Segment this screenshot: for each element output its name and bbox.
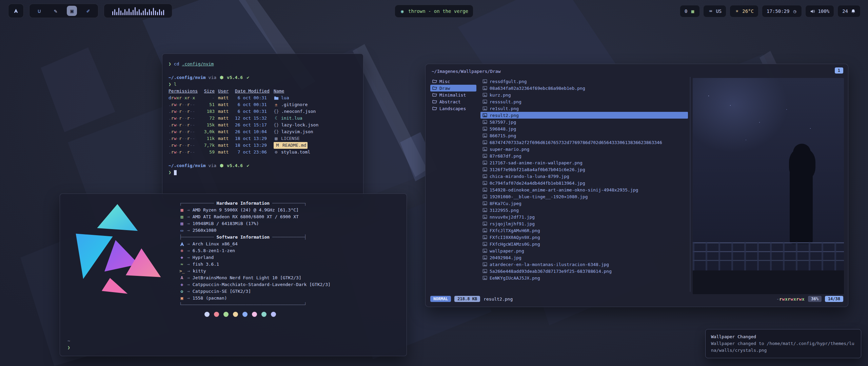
- sidebar-folder[interactable]: Landscapes: [430, 105, 476, 112]
- nodejs-icon: ⬢: [219, 162, 224, 169]
- workspace-button[interactable]: ∪: [34, 6, 44, 16]
- image-icon: [482, 160, 487, 165]
- file-row[interactable]: 3122955.png: [480, 207, 688, 214]
- visualizer-bar: [133, 10, 134, 15]
- file-row[interactable]: FXfcJlTXgAMvH6R.png: [480, 227, 688, 234]
- visualizer-bar: [114, 9, 115, 15]
- palette-dot: [271, 312, 276, 317]
- file-row[interactable]: nnvuv0xj2df71.jpg: [480, 214, 688, 220]
- notification-toast[interactable]: Wallpaper Changed Wallpaper changed to /…: [705, 329, 861, 358]
- visualizer-bar: [149, 9, 150, 15]
- folder-open-icon: [432, 93, 437, 97]
- file-row[interactable]: 596848.jpg: [480, 125, 688, 132]
- file-row[interactable]: 68747470733a2f2f696d616765732d7769786d70…: [480, 139, 688, 146]
- clock-time: 17:50:29: [767, 8, 789, 14]
- shell-command-line: ❯ cd .config/nvim: [169, 61, 357, 67]
- file-row[interactable]: 8FKa7Cu.jpeg: [480, 200, 688, 207]
- sidebar-folder[interactable]: Minimalist: [430, 92, 476, 98]
- file-row[interactable]: chica-mirando-la-luna-8799.jpg: [480, 173, 688, 180]
- fetch-logo: [67, 201, 169, 303]
- file-row[interactable]: re1sult.png: [480, 105, 688, 112]
- file-row[interactable]: 19201080-__blue-tinge__-1920×1080.jpg: [480, 193, 688, 200]
- listing-row: .rw-r--r--7,7kmatt18 oct 13:29MREADME.md: [169, 142, 357, 149]
- sidebar-folder[interactable]: Abstract: [430, 98, 476, 105]
- gear-icon: ⚙: [274, 149, 279, 156]
- fetch-info-line: ❖→Hyprland: [179, 254, 399, 261]
- updates-module[interactable]: 0 ▦: [680, 5, 700, 17]
- file-row[interactable]: 154928-odinokoe_anime-art-anime-okno-sin…: [480, 186, 688, 193]
- breadcrumb: ~/Imagenes/Wallpapers/Draw: [432, 69, 501, 74]
- file-row[interactable]: result2.png: [480, 112, 688, 119]
- image-icon: [482, 255, 487, 260]
- keyboard-layout-module[interactable]: ⌨ US: [703, 5, 726, 17]
- visualizer-bar: [122, 13, 123, 15]
- workspaces[interactable]: ∪✎▣✐: [29, 4, 98, 18]
- file-row[interactable]: kurz.png: [480, 92, 688, 98]
- visualizer-bar: [137, 11, 138, 15]
- listing-header: Permissions Size User Date Modified Name: [169, 88, 357, 95]
- file-row[interactable]: 217167-sad-anime-rain-wallpaper.png: [480, 159, 688, 166]
- file-row[interactable]: 20492984.jpg: [480, 254, 688, 261]
- sidebar-folder[interactable]: Draw: [430, 85, 476, 92]
- magnet-icon: ∪: [37, 8, 42, 14]
- os-icon: [179, 242, 184, 246]
- visualizer-bar: [120, 11, 121, 15]
- memory-icon: ▤: [179, 220, 184, 227]
- fetch-info-line: >_→kitty: [179, 268, 399, 274]
- image-preview: [693, 78, 844, 294]
- weather-module[interactable]: ☀ 26°C: [730, 5, 758, 17]
- file-row[interactable]: EeNKYgIUcAAJ5JX.png: [480, 274, 688, 281]
- file-row[interactable]: atardecer-en-la-montanas-ilustracion-634…: [480, 261, 688, 268]
- notifications-module[interactable]: 24: [837, 5, 861, 17]
- image-icon: [482, 269, 487, 273]
- visualizer-bar: [112, 11, 113, 15]
- file-row[interactable]: 87r687df.png: [480, 152, 688, 159]
- image-icon: [482, 174, 487, 179]
- file-row[interactable]: 08a634fa02a32364f69ebc86a98eb1eb.png: [480, 85, 688, 92]
- launcher-button[interactable]: [8, 4, 24, 18]
- sun-icon: ☀: [734, 8, 739, 14]
- file-row[interactable]: 5a266e448add93deab367d87173e9f25-6837886…: [480, 268, 688, 274]
- visualizer-bar: [159, 9, 160, 15]
- workspace-button[interactable]: ▣: [67, 6, 77, 16]
- image-icon: [482, 276, 487, 280]
- visualizer-bar: [155, 11, 156, 15]
- volume-module[interactable]: 100%: [805, 5, 834, 17]
- clock-module[interactable]: 17:50:29 ◷: [762, 5, 802, 17]
- brush-icon: ✐: [86, 8, 91, 14]
- json-icon: {}: [274, 122, 279, 128]
- listing-row: .rw-r--r--59matt 7 oct 23:06⚙stylua.toml: [169, 149, 357, 156]
- fetch-info-line: ▣→1558 (pacman): [179, 295, 399, 302]
- clock-icon: ◷: [792, 8, 797, 14]
- image-icon: [482, 99, 487, 104]
- visualizer-bar: [151, 11, 152, 15]
- visualizer-bar: [129, 8, 130, 15]
- workspace-button[interactable]: ✎: [51, 6, 61, 16]
- file-row[interactable]: 0c794faf07de24a4db4d4fb1eb813964.jpg: [480, 180, 688, 186]
- file-row[interactable]: super-mario.png: [480, 146, 688, 152]
- media-widget[interactable]: ◉ thrown - on the verge: [395, 5, 473, 18]
- file-manager-window[interactable]: ~/Imagenes/Wallpapers/Draw 1 MiscDrawMin…: [425, 64, 848, 307]
- tab-badge[interactable]: 1: [835, 67, 843, 74]
- size-badge: 218.8 KB: [454, 296, 480, 302]
- prompt-input-line[interactable]: ❯: [169, 169, 357, 176]
- fetch-info-line: ▦→AMD Ryzen 9 5900X (24) @ 4.9GHz [61.3°…: [179, 207, 399, 214]
- image-icon: [482, 86, 487, 90]
- file-row[interactable]: 3126f7e9bbf21a8a4af0b67b041c6e26.jpg: [480, 166, 688, 173]
- sidebar-folder[interactable]: Misc: [430, 78, 476, 85]
- file-row[interactable]: wallpaper.png: [480, 247, 688, 254]
- file-row[interactable]: 866715.png: [480, 132, 688, 139]
- file-row[interactable]: 587597.jpg: [480, 119, 688, 125]
- image-icon: [482, 215, 487, 219]
- terminal-window[interactable]: ❯ cd .config/nvim ~/.config/nvim via ⬢ v…: [162, 54, 363, 199]
- file-row[interactable]: FXfcII0X0AQyn9X.png: [480, 234, 688, 241]
- file-row[interactable]: ressdfgult.png: [480, 78, 688, 85]
- file-row[interactable]: resssult.png: [480, 98, 688, 105]
- file-row[interactable]: FXfcHgcWIAMzs0G.png: [480, 241, 688, 247]
- fastfetch-window[interactable]: ┌──────────── Hardware Information ─────…: [60, 194, 407, 356]
- file-list: ressdfgult.png08a634fa02a32364f69ebc86a9…: [480, 78, 688, 281]
- visualizer-bar: [126, 11, 127, 15]
- file-row[interactable]: rsjqojlmjhf91.jpg: [480, 220, 688, 227]
- color-palette: [204, 312, 399, 317]
- workspace-button[interactable]: ✐: [83, 6, 93, 16]
